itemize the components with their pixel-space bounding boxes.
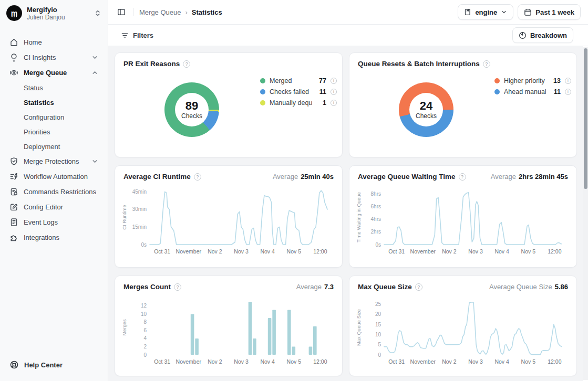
svg-text:Oct 31: Oct 31 <box>388 248 405 255</box>
sidebar-subitem-configuration[interactable]: Configuration <box>5 110 102 124</box>
legend-label: Merged <box>270 77 312 84</box>
svg-text:10: 10 <box>141 311 147 317</box>
svg-text:12:00: 12:00 <box>548 358 561 365</box>
svg-text:0: 0 <box>378 352 381 358</box>
svg-text:30min: 30min <box>132 206 147 212</box>
chevron-up-icon <box>91 69 98 76</box>
donut-chart[interactable]: 89 Checks <box>164 82 219 137</box>
sidebar-subitem-deployment[interactable]: Deployment <box>5 139 102 154</box>
panel-left-icon <box>117 8 126 16</box>
filters-button[interactable]: Filters <box>117 29 158 42</box>
svg-text:8hrs: 8hrs <box>371 191 381 197</box>
svg-text:4: 4 <box>143 335 147 341</box>
chart-container[interactable]: 0510152025Max Queue SizeOct 31NovemberNo… <box>349 291 576 373</box>
sidebar-item-event-logs[interactable]: Event Logs <box>5 215 102 230</box>
sidebar-item-label: Config Editor <box>24 203 98 211</box>
svg-text:12:00: 12:00 <box>313 248 327 255</box>
legend-color-dot <box>494 78 500 83</box>
legend-item-higher-priority-q[interactable]: Higher priority q...13i <box>494 75 571 86</box>
bar <box>249 302 252 355</box>
help-icon[interactable]: ? <box>174 283 181 291</box>
workspace-name: Mergifyio <box>27 6 89 14</box>
help-icon[interactable]: ? <box>483 60 490 68</box>
info-icon[interactable]: i <box>565 89 571 95</box>
sidebar-item-home[interactable]: Home <box>5 35 102 50</box>
scrollbar-track[interactable] <box>583 47 588 380</box>
card-merges-count: Merges Count ? Average7.3 024681012Merge… <box>115 276 343 376</box>
calendar-icon <box>524 8 532 16</box>
svg-text:15: 15 <box>375 322 381 327</box>
bar <box>272 310 276 355</box>
svg-text:6: 6 <box>143 327 147 333</box>
help-icon[interactable]: ? <box>194 173 201 181</box>
svg-text:November: November <box>410 358 436 365</box>
sidebar-item-merge-queue[interactable]: Merge Queue <box>5 65 102 80</box>
lifebuoy-icon <box>9 360 19 369</box>
sidebar-item-label: Commands Restrictions <box>24 188 98 196</box>
sidebar-item-commands-restrictions[interactable]: Commands Restrictions <box>5 184 102 199</box>
legend-label: Higher priority q... <box>504 77 546 84</box>
legend: Higher priority q...13iAhead manually ..… <box>494 75 571 137</box>
scrollbar-thumb[interactable] <box>584 48 587 189</box>
info-icon[interactable]: i <box>565 78 571 84</box>
svg-text:0s: 0s <box>141 242 147 248</box>
sidebar-toggle-button[interactable] <box>116 6 127 18</box>
line-series <box>150 190 327 245</box>
sidebar-item-workflow-automation[interactable]: Workflow Automation <box>5 169 102 184</box>
svg-text:Max Queue Size: Max Queue Size <box>356 309 362 346</box>
chevron-down-icon <box>91 54 98 61</box>
svg-text:November: November <box>410 248 436 255</box>
home-icon <box>9 38 18 47</box>
sidebar-item-label: Event Logs <box>24 218 98 226</box>
sidebar-item-config-editor[interactable]: Config Editor <box>5 199 102 215</box>
breadcrumb-merge-queue[interactable]: Merge Queue <box>139 8 181 16</box>
workspace-switcher[interactable]: m Mergifyio Julien Danjou <box>0 0 108 25</box>
svg-text:Oct 31: Oct 31 <box>154 358 170 365</box>
info-icon[interactable]: i <box>331 78 337 84</box>
legend-value: 11 <box>316 88 326 96</box>
sidebar-subitem-statistics[interactable]: Statistics <box>5 95 102 110</box>
sidebar-item-merge-protections[interactable]: Merge Protections <box>5 154 102 169</box>
legend-item-manually-dequeued[interactable]: Manually dequeued1i <box>260 97 337 108</box>
svg-text:Nov 5: Nov 5 <box>521 358 536 365</box>
bar <box>253 338 256 355</box>
puzzle-icon <box>9 233 18 242</box>
info-icon[interactable]: i <box>331 100 337 106</box>
help-icon[interactable]: ? <box>415 283 422 291</box>
chart-container[interactable]: 024681012MergesOct 31NovemberNov 2Nov 3N… <box>115 291 342 373</box>
svg-text:Merges: Merges <box>121 319 127 336</box>
svg-text:0s: 0s <box>375 242 381 248</box>
pencil-square-icon <box>9 203 18 211</box>
legend-item-merged[interactable]: Merged77i <box>260 75 337 86</box>
svg-text:15min: 15min <box>132 224 147 230</box>
legend-item-ahead-manually[interactable]: Ahead manually ...11i <box>494 86 571 97</box>
dashboard-grid: PR Exit Reasons ? 89 Checks Merged77iChe… <box>108 46 583 381</box>
help-center-link[interactable]: Help Center <box>0 360 108 381</box>
svg-text:12:00: 12:00 <box>548 248 561 255</box>
legend-item-checks-failed[interactable]: Checks failed11i <box>260 86 337 97</box>
line-series <box>384 193 562 245</box>
sidebar-item-integrations[interactable]: Integrations <box>5 230 102 245</box>
sidebar-subitem-priorities[interactable]: Priorities <box>5 124 102 139</box>
filters-label: Filters <box>133 31 153 39</box>
sidebar-item-label: Integrations <box>24 234 98 241</box>
donut-chart[interactable]: 24 Checks <box>399 82 453 137</box>
chart-container[interactable]: 0s15min30min45minCI RuntimeOct 31Novembe… <box>115 181 342 262</box>
repository-select[interactable]: engine <box>458 4 513 20</box>
sidebar-item-ci-insights[interactable]: CI Insights <box>5 50 102 65</box>
sidebar-subitem-status[interactable]: Status <box>5 80 102 95</box>
date-range-button[interactable]: Past 1 week <box>518 4 581 20</box>
svg-text:12:00: 12:00 <box>313 358 327 365</box>
info-icon[interactable]: i <box>331 89 337 95</box>
help-icon[interactable]: ? <box>183 60 190 68</box>
card-title: Average CI Runtime <box>123 173 191 181</box>
svg-text:Time Waiting in Queue: Time Waiting in Queue <box>356 192 362 242</box>
chart-container[interactable]: 0s2hrs4hrs6hrs8hrsTime Waiting in QueueO… <box>349 181 576 262</box>
line-series <box>384 302 562 355</box>
svg-text:Nov 2: Nov 2 <box>208 248 222 255</box>
legend-value: 11 <box>550 88 561 96</box>
svg-text:Nov 2: Nov 2 <box>442 358 457 365</box>
help-icon[interactable]: ? <box>459 173 466 181</box>
breakdown-button[interactable]: Breakdown <box>512 27 573 43</box>
svg-text:45min: 45min <box>132 189 147 195</box>
